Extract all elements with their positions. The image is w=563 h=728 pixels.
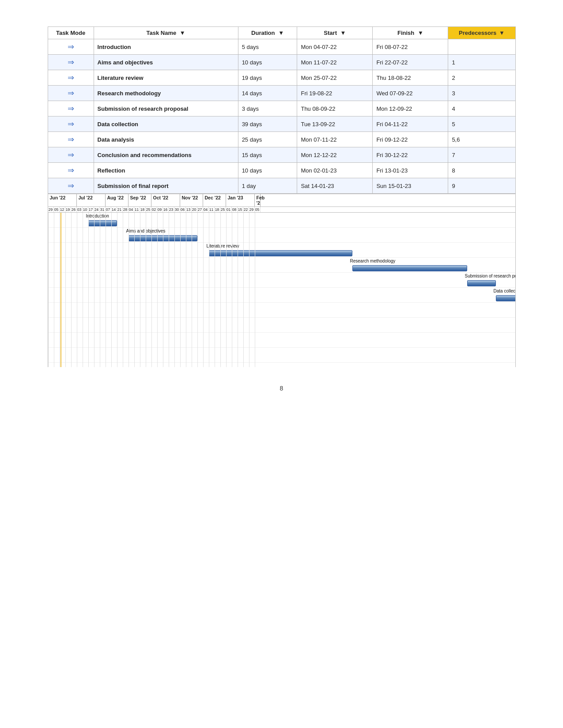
sort-icon-predecessors: ▼ [499,30,505,36]
grid-line [197,213,198,367]
header-start[interactable]: Start ▼ [297,27,373,39]
bar-row: Introduction [48,213,515,228]
chart-day-cell: 18 [140,207,146,212]
header-predecessors[interactable]: Predecessors ▼ [448,27,515,39]
chart-days-row: 2905121926031017243107142128041118250209… [48,207,516,213]
bar-row: Data analysis [48,303,515,318]
sort-icon-start: ▼ [340,30,346,36]
chart-month-cell: Nov '22 [180,194,203,206]
grid-line [215,213,215,367]
grid-line [128,213,129,367]
grid-line [117,213,117,367]
finish-cell: Fri 09-12-22 [373,132,448,147]
chart-day-cell: 23 [169,207,174,212]
gantt-bar [352,265,467,271]
header-task-mode[interactable]: Task Mode [48,27,94,39]
chart-month-cell: Jul '22 [77,194,106,206]
gantt-table: Task Mode Task Name ▼ Duration ▼ Start ▼… [48,26,516,194]
grid-line [65,213,66,367]
chart-day-cell: 22 [243,207,249,212]
task-name-cell: Aims and objectives [94,55,238,70]
task-mode-icon: ⇒ [68,181,74,190]
predecessors-cell: 7 [448,147,515,163]
chart-day-cell: 24 [94,207,100,212]
task-name-cell: Reflection [94,163,238,178]
chart-day-cell: 29 [48,207,54,212]
finish-cell: Thu 18-08-22 [373,70,448,86]
task-name-cell: Submission of research proposal [94,101,238,116]
chart-day-cell: 04 [128,207,134,212]
bar-row: Literature review [48,243,515,258]
task-mode-cell: ⇒ [48,178,94,194]
table-row: ⇒Reflection10 daysMon 02-01-23Fri 13-01-… [48,163,515,178]
bar-row: Data collection [48,288,515,303]
predecessors-cell: 3 [448,86,515,101]
task-mode-icon: ⇒ [68,120,74,128]
table-row: ⇒Submission of final report1 daySat 14-0… [48,178,515,194]
header-finish[interactable]: Finish ▼ [373,27,448,39]
bar-row: Submission of research proposal [48,273,515,288]
chart-day-cell: 11 [134,207,140,212]
chart-day-cell: 31 [100,207,106,212]
finish-cell: Fri 22-07-22 [373,55,448,70]
chart-day-cell: 06 [180,207,186,212]
finish-cell: Fri 13-01-23 [373,163,448,178]
chart-day-cell: 02 [151,207,157,212]
chart-day-cell: 26 [71,207,77,212]
duration-cell: 19 days [238,70,297,86]
chart-day-cell: 14 [111,207,117,212]
chart-day-cell: 16 [163,207,169,212]
grid-line [134,213,135,367]
bar-row: Research methodology [48,258,515,273]
duration-cell: 39 days [238,116,297,132]
duration-cell: 14 days [238,86,297,101]
chart-day-cell: 15 [238,207,243,212]
bar-label: Research methodology [350,259,396,263]
grid-line [146,213,146,367]
chart-day-cell: 13 [186,207,192,212]
chart-day-cell: 19 [65,207,71,212]
start-cell: Thu 08-09-22 [297,101,373,116]
predecessors-cell: 9 [448,178,515,194]
duration-cell: 1 day [238,178,297,194]
header-duration[interactable]: Duration ▼ [238,27,297,39]
grid-line [83,213,83,367]
chart-month-cell: Feb '2 [255,194,261,206]
task-mode-icon: ⇒ [68,135,74,144]
task-name-cell: Data analysis [94,132,238,147]
chart-day-cell: 29 [249,207,255,212]
gantt-chart-section: Jun '22Jul '22Aug '22Sep '22Oct '22Nov '… [48,194,516,367]
grid-line [100,213,100,367]
chart-day-cell: 05 [54,207,60,212]
predecessors-cell: 2 [448,70,515,86]
grid-line [111,213,112,367]
chart-day-cell: 21 [117,207,123,212]
table-row: ⇒Introduction5 daysMon 04-07-22Fri 08-07… [48,39,515,55]
grid-line [180,213,181,367]
grid-line [243,213,244,367]
chart-day-cell: 03 [77,207,83,212]
header-task-name[interactable]: Task Name ▼ [94,27,238,39]
grid-line [226,213,227,367]
task-mode-icon: ⇒ [68,166,74,175]
task-mode-cell: ⇒ [48,147,94,163]
today-line [60,213,61,367]
predecessors-cell [448,39,515,55]
chart-day-cell: 08 [232,207,238,212]
bars-area: IntroductionAims and objectivesLiteratur… [48,213,516,367]
grid-line [203,213,204,367]
finish-cell: Mon 12-09-22 [373,101,448,116]
page-number: 8 [48,385,516,392]
grid-line [106,213,106,367]
task-mode-cell: ⇒ [48,86,94,101]
table-row: ⇒Data analysis25 daysMon 07-11-22Fri 09-… [48,132,515,147]
chart-day-cell: 01 [226,207,232,212]
chart-month-cell: Aug '22 [106,194,128,206]
task-mode-cell: ⇒ [48,101,94,116]
task-name-cell: Literature review [94,70,238,86]
grid-line [77,213,77,367]
start-cell: Mon 07-11-22 [297,132,373,147]
task-mode-cell: ⇒ [48,116,94,132]
table-row: ⇒Submission of research proposal3 daysTh… [48,101,515,116]
predecessors-cell: 5,6 [448,132,515,147]
